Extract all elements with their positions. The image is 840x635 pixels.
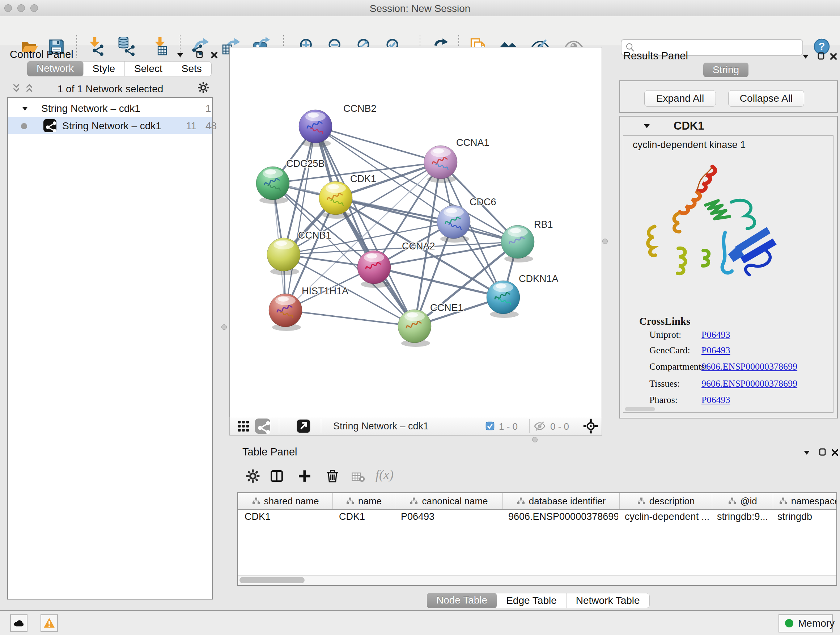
hidden-counts: 0 - 0 <box>550 421 569 432</box>
selected-checkbox-icon[interactable] <box>485 421 495 431</box>
node-CDKN1A[interactable]: CDKN1A <box>486 273 559 318</box>
node-CCNA2[interactable]: CCNA2 <box>357 241 435 288</box>
crosslink-link[interactable]: P06493 <box>701 329 730 340</box>
results-panel-title: Results Panel <box>623 50 688 62</box>
crosslink-row: Compartments:9606.ENSP00000378699 <box>649 361 797 372</box>
main-toolbar <box>0 16 840 46</box>
hidden-eye-slash-icon <box>534 420 546 432</box>
results-panel-float-icon[interactable] <box>817 52 826 60</box>
grid-view-icon[interactable] <box>236 419 251 433</box>
table-cell[interactable]: CDK1 <box>332 509 394 524</box>
table-cell[interactable]: P06493 <box>394 509 502 524</box>
column-header-name[interactable]: name <box>333 493 395 509</box>
crosslink-link[interactable]: P06493 <box>701 345 730 356</box>
detach-view-icon[interactable] <box>295 418 311 434</box>
network-options-gear-icon[interactable] <box>197 81 210 94</box>
network-collection-row[interactable]: String Network – cdk1 1 <box>8 101 212 117</box>
protein-structure-image <box>633 158 793 307</box>
tab-network-table[interactable]: Network Table <box>567 593 649 608</box>
table-cell[interactable]: cyclin-dependent ... <box>618 509 711 524</box>
column-header-label: @id <box>740 496 757 507</box>
column-header-canonical-name[interactable]: canonical name <box>395 493 503 509</box>
control-panel-close-icon[interactable] <box>210 51 218 59</box>
table-panel-collapse-icon[interactable] <box>802 448 811 457</box>
results-panel-collapse-icon[interactable] <box>801 52 810 61</box>
table-cell[interactable]: 9606.ENSP00000378699 <box>502 509 618 524</box>
attribute-icon <box>409 497 418 505</box>
network-row[interactable]: String Network – cdk1 11 48 <box>8 117 212 134</box>
edge-CCNB2-CCNA1[interactable] <box>316 126 441 162</box>
entry-collapse-icon[interactable] <box>643 122 651 130</box>
control-panel-float-icon[interactable] <box>195 50 204 59</box>
table-options-gear-icon[interactable] <box>245 469 261 484</box>
collection-expander-icon[interactable] <box>21 105 29 112</box>
node-label: CCNE1 <box>430 302 463 313</box>
warning-icon[interactable] <box>41 614 58 632</box>
share-view-icon[interactable] <box>255 418 270 434</box>
node-label: CCNA2 <box>402 241 435 252</box>
node-HIST1H1A[interactable]: HIST1H1A <box>269 286 348 331</box>
edge-CCNB2-HIST1H1A[interactable] <box>286 126 316 310</box>
table-hscrollbar-thumb[interactable] <box>240 577 305 583</box>
table-row[interactable]: CDK1CDK1P064939606.ENSP00000378699cyclin… <box>238 509 837 524</box>
attribute-icon <box>637 497 646 505</box>
table-panel-close-icon[interactable] <box>831 448 839 457</box>
table-panel-float-icon[interactable] <box>818 448 827 456</box>
attribute-icon <box>252 497 261 505</box>
node-CDK1[interactable]: CDK1 <box>319 173 376 219</box>
column-header-namespace[interactable]: namespace <box>773 493 837 509</box>
add-column-icon[interactable] <box>297 469 312 484</box>
results-actions-box: Expand All Collapse All <box>619 80 838 113</box>
collapse-all-networks-icon[interactable] <box>11 82 22 93</box>
control-panel-collapse-icon[interactable] <box>176 51 185 59</box>
crosslink-label: Tissues: <box>649 378 701 389</box>
crosslink-link[interactable]: P06493 <box>701 394 730 405</box>
crosslink-row: Uniprot:P06493 <box>649 329 730 340</box>
entry-detail-box: cyclin-dependent kinase 1 <box>623 135 834 413</box>
delete-column-trash-icon[interactable] <box>325 469 340 484</box>
show-columns-icon[interactable] <box>269 469 284 484</box>
node-RB1[interactable]: RB1 <box>501 219 553 263</box>
toolbar-separator <box>321 419 321 433</box>
tab-edge-table[interactable]: Edge Table <box>497 593 567 608</box>
node-CCNA1[interactable]: CCNA1 <box>424 137 489 183</box>
node-label: CCNB1 <box>298 230 332 241</box>
tab-node-table[interactable]: Node Table <box>427 593 497 608</box>
crosslink-link[interactable]: 9606.ENSP00000378699 <box>701 378 797 389</box>
left-splitter-handle[interactable] <box>221 325 227 330</box>
right-splitter-handle[interactable] <box>602 239 608 244</box>
crosslink-link[interactable]: 9606.ENSP00000378699 <box>701 361 797 372</box>
tab-style[interactable]: Style <box>83 62 125 76</box>
node-CDC6[interactable]: CDC6 <box>437 196 496 242</box>
results-hscrollbar-thumb[interactable] <box>625 407 655 411</box>
collapse-all-button[interactable]: Collapse All <box>728 90 804 107</box>
table-cell[interactable]: CDK1 <box>238 509 332 524</box>
birds-eye-crosshair-icon[interactable] <box>583 418 599 434</box>
column-header-shared-name[interactable]: shared name <box>238 493 333 509</box>
table-cell[interactable]: stringdb:9... <box>711 509 771 524</box>
node-CCNE1[interactable]: CCNE1 <box>398 302 463 347</box>
network-node-count: 11 <box>186 120 196 132</box>
tab-select[interactable]: Select <box>125 62 172 76</box>
results-panel-close-icon[interactable] <box>829 52 838 61</box>
tab-sets[interactable]: Sets <box>172 62 211 76</box>
tab-network[interactable]: Network <box>27 61 84 76</box>
cloud-icon[interactable] <box>10 614 27 632</box>
column-header-database-identifier[interactable]: database identifier <box>503 493 620 509</box>
expand-all-button[interactable]: Expand All <box>644 90 716 107</box>
entry-gene-name: CDK1 <box>674 119 704 133</box>
control-panel-tabs: NetworkStyleSelectSets <box>27 61 212 76</box>
expand-all-networks-icon[interactable] <box>24 82 35 93</box>
node-label: CDC25B <box>286 158 325 169</box>
tab-string[interactable]: String <box>703 63 748 77</box>
entry-description: cyclin-dependent kinase 1 <box>633 139 745 150</box>
column-header-label: name <box>358 496 382 507</box>
bottom-splitter-handle[interactable] <box>532 437 538 442</box>
network-canvas[interactable]: CCNB2CCNA1CDC25BCDK1CDC6RB1CCNB1CCNA2CDK… <box>229 47 602 417</box>
memory-button[interactable]: Memory <box>778 614 833 632</box>
network-tree: String Network – cdk1 1 String Network –… <box>7 97 213 600</box>
column-header-description[interactable]: description <box>620 493 712 509</box>
edge-HIST1H1A-CCNE1[interactable] <box>286 310 415 326</box>
column-header--id[interactable]: @id <box>712 493 773 509</box>
table-cell[interactable]: stringdb <box>771 509 837 524</box>
